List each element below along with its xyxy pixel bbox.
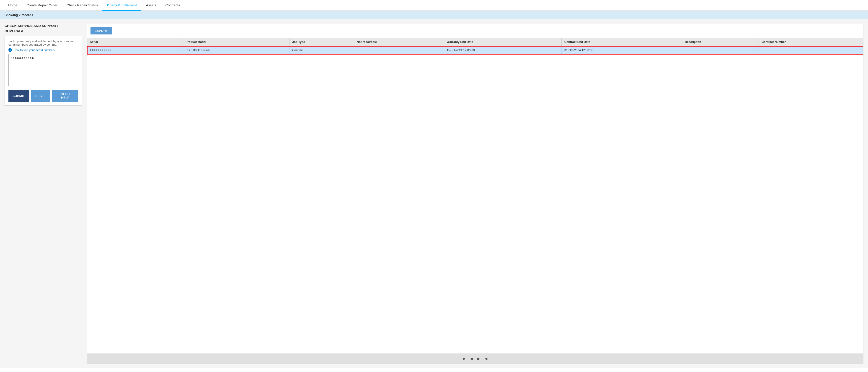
right-panel: EXPORT SerialProduct ModelJob TypeNot-re… [87, 24, 863, 364]
cell-warranty-end-date: 15-Jul-2021 12:00:00 [444, 46, 561, 54]
col-header-job-type: Job Type [289, 38, 354, 46]
form-box: Look up warranty and entitlement by one … [5, 36, 82, 106]
cell-contract-end-date: 31-Oct-2024 12:00:00 [561, 46, 682, 54]
nav-item-contracts[interactable]: Contracts [161, 0, 184, 11]
nav-item-home[interactable]: Home [4, 0, 22, 11]
export-bar: EXPORT [87, 24, 863, 38]
table-body: XXXXXXXXXXXRS51B0-TBSNWRContract15-Jul-2… [87, 46, 863, 54]
first-page-button[interactable]: ⏮ [461, 356, 466, 361]
cell-not-repairable [354, 46, 444, 54]
nav-item-create-repair-order[interactable]: Create Repair Order [22, 0, 62, 11]
cell-product-model: RS51B0-TBSNWR [183, 46, 289, 54]
left-panel: CHECK SERVICE AND SUPPORT COVERAGE Look … [5, 24, 82, 364]
table-header: SerialProduct ModelJob TypeNot-repairabl… [87, 38, 863, 46]
cell-description [682, 46, 759, 54]
main-content: CHECK SERVICE AND SUPPORT COVERAGE Look … [0, 19, 868, 368]
prev-page-button[interactable]: ◀ [469, 356, 474, 361]
button-row: SUBMIT RESET NEED HELP [8, 90, 78, 102]
col-header-not-repairable: Not-repairable [354, 38, 444, 46]
pagination-bar: ⏮ ◀ ▶ ⏭ [87, 353, 863, 364]
next-page-button[interactable]: ▶ [476, 356, 481, 361]
last-page-button[interactable]: ⏭ [484, 356, 489, 361]
nav-item-check-repair-status[interactable]: Check Repair Status [62, 0, 102, 11]
results-table: SerialProduct ModelJob TypeNot-repairabl… [87, 38, 863, 54]
status-text: Showing 2 records [5, 13, 33, 17]
serial-input[interactable] [8, 54, 78, 86]
col-header-serial: Serial [87, 38, 183, 46]
navigation: HomeCreate Repair OrderCheck Repair Stat… [0, 0, 868, 11]
nav-item-check-entitlement[interactable]: Check Entitlement [102, 0, 141, 11]
col-header-warranty-end-date: Warranty End Date [444, 38, 561, 46]
info-icon: i [8, 48, 12, 52]
nav-item-assets[interactable]: Assets [141, 0, 161, 11]
col-header-contract-end-date: Contract End Date [561, 38, 682, 46]
table-wrapper: SerialProduct ModelJob TypeNot-repairabl… [87, 38, 863, 353]
cell-job-type: Contract [289, 46, 354, 54]
cell-serial: XXXXXXXXXXX [87, 46, 183, 54]
serial-hint-label: How to find your serial number? [13, 48, 55, 52]
submit-button[interactable]: SUBMIT [8, 90, 29, 102]
reset-button[interactable]: RESET [31, 90, 50, 102]
help-text: Look up warranty and entitlement by one … [8, 39, 78, 46]
export-button[interactable]: EXPORT [91, 27, 112, 34]
cell-contract-number [759, 46, 863, 54]
col-header-description: Description [682, 38, 759, 46]
header-row: SerialProduct ModelJob TypeNot-repairabl… [87, 38, 863, 46]
col-header-product-model: Product Model [183, 38, 289, 46]
panel-title: CHECK SERVICE AND SUPPORT [5, 24, 82, 28]
col-header-contract-number: Contract Number [759, 38, 863, 46]
status-bar: Showing 2 records [0, 11, 868, 19]
serial-hint-link[interactable]: i How to find your serial number? [8, 48, 78, 52]
panel-subtitle: COVERAGE [5, 29, 82, 33]
need-help-button[interactable]: NEED HELP [52, 90, 78, 102]
table-row[interactable]: XXXXXXXXXXXRS51B0-TBSNWRContract15-Jul-2… [87, 46, 863, 54]
